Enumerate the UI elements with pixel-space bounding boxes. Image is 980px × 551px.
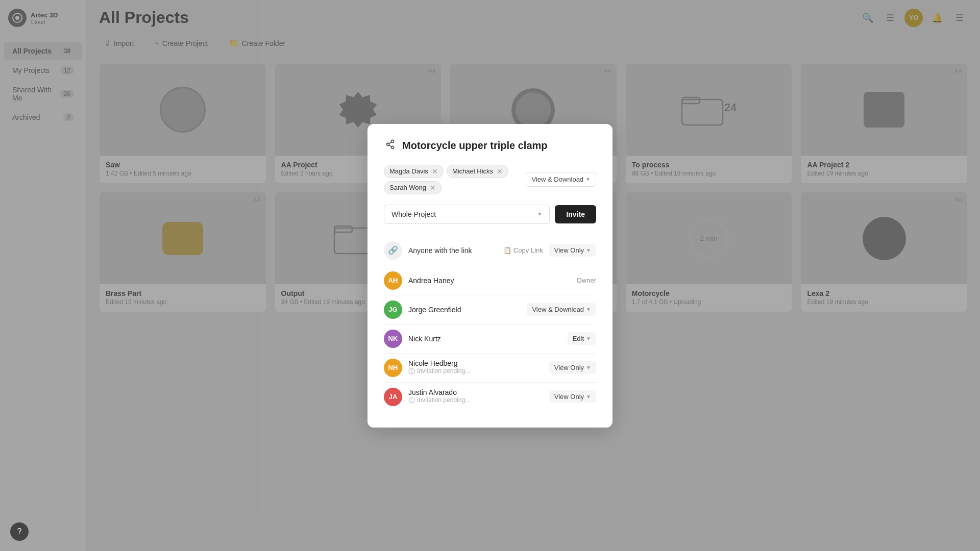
invite-tag: Magda Davis✕ <box>384 165 444 178</box>
member-name: Jorge Greenfield <box>408 306 521 314</box>
member-name: Nicole Hedberg <box>408 359 543 367</box>
member-avatar: JG <box>384 300 402 319</box>
link-text: Anyone with the link <box>408 246 497 255</box>
permission-value: View Only <box>554 393 584 400</box>
member-avatar: NK <box>384 330 402 348</box>
perm-chevron-icon: ▼ <box>586 336 591 341</box>
invite-tag-label: Michael Hicks <box>452 167 493 175</box>
chevron-down-icon: ▼ <box>585 177 591 182</box>
link-permission-dropdown[interactable]: View Only ▼ <box>549 244 596 257</box>
member-avatar: JA <box>384 388 402 406</box>
member-info: Justin Alvarado Invitation pending... <box>408 388 543 406</box>
member-info: Jorge Greenfield <box>408 306 521 314</box>
permission-value: View & Download <box>532 306 584 313</box>
member-row: JG Jorge Greenfield View & Download▼ <box>384 295 596 324</box>
share-icon <box>384 138 396 154</box>
scope-label: Whole Project <box>391 210 436 218</box>
svg-line-12 <box>389 145 391 147</box>
svg-point-18 <box>411 401 412 402</box>
perm-chevron-icon: ▼ <box>586 365 591 370</box>
member-avatar: NH <box>384 359 402 377</box>
remove-tag-button[interactable]: ✕ <box>432 167 438 176</box>
member-info: Andrea Haney <box>408 277 571 285</box>
modal-overlay[interactable]: Motorcycle upper triple clamp Magda Davi… <box>0 0 980 551</box>
invite-tag-label: Sarah Wong <box>389 184 426 191</box>
svg-point-10 <box>391 146 394 148</box>
svg-line-11 <box>389 142 391 144</box>
permission-value: Edit <box>573 335 584 342</box>
help-button[interactable]: ? <box>10 522 29 541</box>
link-row: 🔗 Anyone with the link 📋 Copy Link View … <box>384 236 596 265</box>
member-name: Nick Kurtz <box>408 335 561 343</box>
copy-link-button[interactable]: 📋 Copy Link <box>503 246 543 254</box>
scope-row: Whole Project ▼ Invite <box>384 205 596 224</box>
scope-chevron-icon: ▼ <box>537 211 543 217</box>
member-permission-dropdown[interactable]: View Only▼ <box>549 390 596 403</box>
link-permission-label: View Only <box>554 246 584 254</box>
permission-dropdown[interactable]: View & Download ▼ <box>526 172 596 187</box>
invite-tag: Sarah Wong✕ <box>384 181 442 194</box>
member-status: Invitation pending... <box>408 367 470 374</box>
perm-chevron-icon: ▼ <box>586 307 591 312</box>
members-dynamic: AH Andrea Haney Owner JG Jorge Greenfiel… <box>384 266 596 411</box>
copy-icon: 📋 <box>503 246 511 254</box>
link-perm-chevron-icon: ▼ <box>586 247 591 253</box>
remove-tag-button[interactable]: ✕ <box>430 184 436 192</box>
member-permission-dropdown[interactable]: View & Download▼ <box>527 303 596 316</box>
member-status: Invitation pending... <box>408 396 470 404</box>
member-row: AH Andrea Haney Owner <box>384 266 596 295</box>
member-permission-dropdown[interactable]: View Only▼ <box>549 361 596 374</box>
svg-point-9 <box>391 140 394 142</box>
svg-point-8 <box>387 143 389 145</box>
invite-row: Magda Davis✕Michael Hicks✕Sarah Wong✕ Vi… <box>384 165 596 194</box>
perm-chevron-icon: ▼ <box>586 394 591 399</box>
copy-link-label: Copy Link <box>513 246 543 254</box>
permission-value: View Only <box>554 364 584 371</box>
modal-title: Motorcycle upper triple clamp <box>402 140 548 152</box>
member-row: NH Nicole Hedberg Invitation pending... … <box>384 354 596 383</box>
invite-button[interactable]: Invite <box>555 205 596 223</box>
invite-tag: Michael Hicks✕ <box>447 165 508 178</box>
member-row: NK Nick Kurtz Edit▼ <box>384 324 596 354</box>
member-info: Nicole Hedberg Invitation pending... <box>408 359 543 377</box>
member-row: JA Justin Alvarado Invitation pending...… <box>384 383 596 411</box>
link-icon: 🔗 <box>384 241 402 260</box>
remove-tag-button[interactable]: ✕ <box>497 167 503 176</box>
member-avatar: AH <box>384 271 402 290</box>
invite-tag-label: Magda Davis <box>389 167 428 175</box>
invite-tags: Magda Davis✕Michael Hicks✕Sarah Wong✕ <box>384 165 522 194</box>
members-list: 🔗 Anyone with the link 📋 Copy Link View … <box>384 236 596 411</box>
member-name: Justin Alvarado <box>408 388 543 396</box>
permission-label: View & Download <box>531 176 583 183</box>
help-label: ? <box>17 527 22 536</box>
svg-point-15 <box>411 372 412 373</box>
member-info: Nick Kurtz <box>408 335 561 343</box>
scope-select[interactable]: Whole Project ▼ <box>384 205 550 224</box>
share-modal: Motorcycle upper triple clamp Magda Davi… <box>368 124 612 428</box>
member-permission-label: Owner <box>577 277 596 284</box>
member-name: Andrea Haney <box>408 277 571 285</box>
member-permission-dropdown[interactable]: Edit▼ <box>568 332 596 345</box>
modal-header: Motorcycle upper triple clamp <box>384 138 596 154</box>
